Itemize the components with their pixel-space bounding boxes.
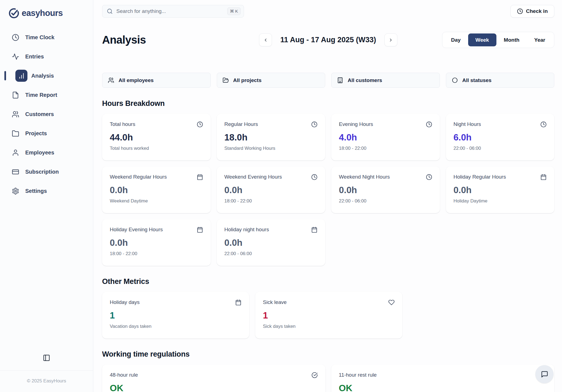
card-subtitle: 18:00 - 22:00 <box>339 146 432 151</box>
card-holiday-days: Holiday days 1 Vacation days taken <box>102 292 249 339</box>
users-icon <box>12 111 19 118</box>
clock-icon <box>517 8 523 14</box>
card-weekend-night-hours: Weekend Night Hours 0.0h 22:00 - 06:00 <box>331 167 440 213</box>
check-in-button[interactable]: Check in <box>510 5 554 18</box>
tab-year[interactable]: Year <box>527 33 553 46</box>
circle-icon <box>452 77 458 83</box>
tab-week[interactable]: Week <box>468 33 496 46</box>
check-in-label: Check in <box>526 8 548 14</box>
card-regular-hours: Regular Hours 18.0h Standard Working Hou… <box>217 114 325 160</box>
search-box[interactable]: ⌘ K <box>102 5 244 18</box>
sidebar-footer: © 2025 EasyHours <box>0 348 93 392</box>
card-subtitle: 22:00 - 06:00 <box>339 198 432 204</box>
bar-chart-icon <box>18 72 25 80</box>
page-title: Analysis <box>102 34 259 46</box>
card-subtitle: 22:00 - 06:00 <box>454 146 547 151</box>
file-icon <box>12 91 19 99</box>
clock-icon <box>426 174 432 180</box>
calendar-icon <box>311 227 317 233</box>
sidebar-item-label: Time Clock <box>25 34 54 41</box>
clock-icon <box>311 174 317 180</box>
card-subtitle: Holiday Daytime <box>454 198 547 204</box>
credit-card-icon <box>12 168 19 176</box>
sidebar-item-label: Projects <box>25 130 47 137</box>
range-tabs: Day Week Month Year <box>442 32 554 48</box>
regulations-grid: 48-hour rule OK 11-hour rest rule OK <box>102 365 554 392</box>
card-night-hours: Night Hours 6.0h 22:00 - 06:00 <box>446 114 555 160</box>
brand-name: easyhours <box>22 8 63 18</box>
card-value: 0.0h <box>224 185 318 195</box>
activity-icon <box>12 53 19 60</box>
card-11-hour-rest-rule: 11-hour rest rule OK <box>331 365 555 392</box>
card-evening-hours: Evening Hours 4.0h 18:00 - 22:00 <box>331 114 440 160</box>
folder-icon <box>12 130 19 137</box>
sidebar-item-customers[interactable]: Customers <box>0 107 93 121</box>
card-subtitle: Total hours worked <box>110 146 203 151</box>
filter-all-statuses[interactable]: All statuses <box>446 73 555 88</box>
folder-open-icon <box>223 77 229 83</box>
calendar-icon <box>197 174 203 180</box>
topbar: ⌘ K Check in <box>102 5 554 18</box>
users-icon <box>108 77 114 83</box>
sidebar-item-time-clock[interactable]: Time Clock <box>0 30 93 44</box>
sidebar-item-label: Time Report <box>25 92 57 98</box>
chevron-left-icon <box>263 38 268 43</box>
card-holiday-evening-hours: Holiday Evening Hours 0.0h 18:00 - 22:00 <box>102 219 211 266</box>
logo-check-icon <box>8 8 19 19</box>
card-value: 44.0h <box>110 132 203 143</box>
chevron-right-icon <box>388 38 393 43</box>
sidebar-item-projects[interactable]: Projects <box>0 126 93 140</box>
other-metrics-grid: Holiday days 1 Vacation days taken Sick … <box>102 292 554 339</box>
hours-breakdown-grid: Total hours 44.0h Total hours worked Reg… <box>102 114 554 266</box>
next-week-button[interactable] <box>384 33 397 46</box>
card-subtitle: Standard Working Hours <box>224 146 318 151</box>
panel-left-icon <box>43 354 50 362</box>
filter-all-employees[interactable]: All employees <box>102 73 211 88</box>
heart-icon <box>388 299 395 306</box>
card-holiday-regular-hours: Holiday Regular Hours 0.0h Holiday Dayti… <box>446 167 555 213</box>
card-holiday-night-hours: Holiday night hours 0.0h 22:00 - 06:00 <box>217 219 325 266</box>
card-value: 0.0h <box>339 185 432 195</box>
card-weekend-regular-hours: Weekend Regular Hours 0.0h Weekend Dayti… <box>102 167 211 213</box>
prev-week-button[interactable] <box>259 33 272 46</box>
tab-month[interactable]: Month <box>496 33 527 46</box>
card-48-hour-rule: 48-hour rule OK <box>102 365 325 392</box>
gear-icon <box>12 187 19 195</box>
card-subtitle: Sick days taken <box>263 324 395 329</box>
logo[interactable]: easyhours <box>0 0 93 19</box>
filter-all-projects[interactable]: All projects <box>217 73 325 88</box>
filter-label: All statuses <box>462 77 492 83</box>
card-subtitle: 18:00 - 22:00 <box>110 251 203 256</box>
sidebar-item-label: Analysis <box>31 73 54 79</box>
sidebar-item-settings[interactable]: Settings <box>0 184 93 198</box>
search-icon <box>107 8 113 14</box>
filter-all-customers[interactable]: All customers <box>331 73 440 88</box>
calendar-icon <box>235 299 241 306</box>
main-content: ⌘ K Check in Analysis 11 Aug - 17 Aug 20… <box>93 0 562 392</box>
page-header: Analysis 11 Aug - 17 Aug 2025 (W33) Day … <box>102 32 554 48</box>
tab-day[interactable]: Day <box>444 33 468 46</box>
sidebar-item-label: Subscription <box>25 169 59 175</box>
date-navigation: 11 Aug - 17 Aug 2025 (W33) <box>259 33 397 46</box>
card-weekend-evening-hours: Weekend Evening Hours 0.0h 18:00 - 22:00 <box>217 167 325 213</box>
sidebar-collapse-button[interactable] <box>41 352 53 364</box>
card-value: 6.0h <box>454 132 547 143</box>
check-circle-icon <box>311 372 318 378</box>
card-value: 18.0h <box>224 132 318 143</box>
sidebar-item-subscription[interactable]: Subscription <box>0 165 93 179</box>
sidebar-item-time-report[interactable]: Time Report <box>0 88 93 102</box>
sidebar-item-label: Entries <box>25 53 44 60</box>
chat-button[interactable] <box>535 365 553 383</box>
filter-label: All projects <box>233 77 262 83</box>
card-value: 0.0h <box>454 185 547 195</box>
sidebar-item-employees[interactable]: Employees <box>0 145 93 160</box>
search-input[interactable] <box>116 8 224 14</box>
card-sick-leave: Sick leave 1 Sick days taken <box>255 292 402 339</box>
sidebar-item-analysis[interactable]: Analysis <box>0 69 93 83</box>
card-subtitle: 22:00 - 06:00 <box>224 251 318 256</box>
card-value: 0.0h <box>110 238 203 248</box>
card-value: 1 <box>263 310 395 321</box>
date-range-label: 11 Aug - 17 Aug 2025 (W33) <box>280 36 376 44</box>
sidebar-item-entries[interactable]: Entries <box>0 49 93 64</box>
calendar-icon <box>540 174 547 180</box>
